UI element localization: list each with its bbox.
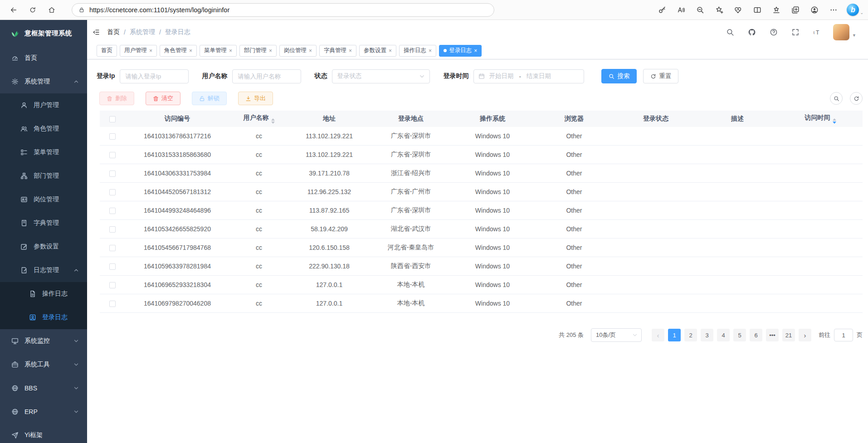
row-checkbox[interactable] [109, 226, 116, 233]
tab-0[interactable]: 首页 [97, 45, 117, 57]
column-header-1[interactable]: 用户名称 [229, 114, 288, 124]
profile-icon[interactable] [810, 6, 819, 14]
page-button-6[interactable]: 6 [750, 329, 762, 341]
close-tab-icon[interactable]: × [474, 48, 477, 54]
bing-icon[interactable]: b [847, 4, 859, 16]
search-icon[interactable] [726, 28, 734, 36]
tab-4[interactable]: 部门管理 × [239, 45, 277, 57]
sidebar-item-0[interactable]: 首页 [0, 46, 87, 70]
search-circle-button[interactable] [830, 92, 843, 105]
解锁-button[interactable]: 解锁 [192, 92, 227, 105]
sidebar-item-1[interactable]: 系统管理 [0, 70, 87, 93]
sidebar-item-6[interactable]: 岗位管理 [0, 188, 87, 211]
row-checkbox[interactable] [109, 189, 116, 195]
chevron-down-icon[interactable]: ⌄ [860, 10, 863, 16]
sidebar-item-11[interactable]: 登录日志 [0, 306, 87, 329]
row-checkbox[interactable] [109, 133, 116, 140]
ip-input[interactable] [120, 69, 189, 83]
read-aloud-icon[interactable] [677, 6, 685, 14]
prev-page-button[interactable]: ‹ [652, 329, 664, 341]
reset-button[interactable]: 重置 [643, 69, 678, 83]
sidebar-item-9[interactable]: 日志管理 [0, 258, 87, 282]
select-all-checkbox[interactable] [109, 116, 116, 122]
删除-button[interactable]: 删除 [99, 92, 134, 105]
zoom-out-icon[interactable] [696, 6, 704, 14]
collections-icon[interactable] [791, 6, 800, 14]
sidebar-item-3[interactable]: 角色管理 [0, 117, 87, 141]
page-button-4[interactable]: 4 [717, 329, 730, 341]
row-checkbox[interactable] [109, 282, 116, 288]
tab-2[interactable]: 角色管理 × [160, 45, 197, 57]
sidebar-item-13[interactable]: 系统工具 [0, 353, 87, 376]
home-icon[interactable] [48, 6, 55, 14]
split-screen-icon[interactable] [753, 6, 761, 14]
page-button-2[interactable]: 2 [684, 329, 697, 341]
row-checkbox[interactable] [109, 301, 116, 307]
username-input[interactable] [232, 69, 301, 83]
next-page-button[interactable]: › [799, 329, 811, 341]
column-header-8[interactable]: 访问时间 [778, 114, 863, 124]
row-checkbox[interactable] [109, 263, 116, 270]
tab-7[interactable]: 参数设置 × [359, 45, 396, 57]
fold-menu-icon[interactable] [93, 29, 100, 36]
导出-button[interactable]: 导出 [238, 92, 273, 105]
清空-button[interactable]: 清空 [146, 92, 180, 105]
close-tab-icon[interactable]: × [229, 48, 232, 54]
chevron-down-icon[interactable]: ▼ [852, 33, 856, 38]
close-tab-icon[interactable]: × [389, 48, 392, 54]
back-icon[interactable] [10, 6, 17, 14]
close-tab-icon[interactable]: × [149, 48, 152, 54]
sidebar-item-10[interactable]: 操作日志 [0, 282, 87, 306]
more-pages-button[interactable]: ••• [766, 329, 779, 341]
key-icon[interactable] [658, 6, 666, 14]
sidebar-item-5[interactable]: 部门管理 [0, 164, 87, 188]
favorites-bar-icon[interactable] [772, 6, 780, 14]
refresh-circle-button[interactable] [850, 92, 863, 105]
sidebar-item-4[interactable]: 菜单管理 [0, 141, 87, 164]
page-button-5[interactable]: 5 [733, 329, 746, 341]
goto-page-input[interactable] [834, 329, 853, 341]
more-icon[interactable] [829, 6, 838, 14]
sidebar-item-14[interactable]: BBS [0, 376, 87, 400]
question-icon[interactable] [770, 28, 778, 36]
avatar[interactable] [833, 24, 849, 40]
row-checkbox[interactable] [109, 152, 116, 158]
tab-3[interactable]: 菜单管理 × [200, 45, 237, 57]
sidebar-item-8[interactable]: 参数设置 [0, 235, 87, 258]
page-button-21[interactable]: 21 [782, 329, 795, 341]
github-icon[interactable] [748, 28, 756, 36]
fullscreen-icon[interactable] [791, 28, 800, 36]
sidebar-item-15[interactable]: ERP [0, 400, 87, 424]
page-button-3[interactable]: 3 [701, 329, 713, 341]
page-button-1[interactable]: 1 [668, 329, 681, 341]
address-bar[interactable]: https://ccnetcore.com:1101/system/log/lo… [72, 3, 494, 17]
status-select[interactable]: 登录状态 [332, 69, 430, 83]
tab-1[interactable]: 用户管理 × [120, 45, 157, 57]
close-tab-icon[interactable]: × [309, 48, 312, 54]
sidebar-item-16[interactable]: Yi框架 [0, 424, 87, 443]
tab-6[interactable]: 字典管理 × [319, 45, 356, 57]
essentials-icon[interactable] [734, 6, 742, 14]
row-checkbox[interactable] [109, 208, 116, 214]
close-tab-icon[interactable]: × [349, 48, 352, 54]
breadcrumb-home[interactable]: 首页 [107, 28, 120, 36]
row-checkbox[interactable] [109, 245, 116, 251]
sidebar-item-12[interactable]: 系统监控 [0, 329, 87, 353]
page-size-select[interactable]: 10条/页 [591, 328, 642, 342]
close-tab-icon[interactable]: × [189, 48, 192, 54]
row-checkbox[interactable] [109, 170, 116, 177]
reload-icon[interactable] [29, 6, 36, 14]
date-range-picker[interactable]: 开始日期 - 结束日期 [473, 69, 584, 83]
font-size-icon[interactable] [813, 28, 821, 36]
sidebar-item-7[interactable]: 字典管理 [0, 211, 87, 235]
sidebar-item-2[interactable]: 用户管理 [0, 93, 87, 117]
app-logo[interactable]: 意框架管理系统 [0, 20, 87, 46]
search-button[interactable]: 搜索 [601, 69, 637, 83]
close-tab-icon[interactable]: × [269, 48, 272, 54]
table-row: 1641043063331753984cc39.171.210.78浙江省-绍兴… [100, 164, 863, 183]
favorite-add-icon[interactable] [715, 6, 723, 14]
tab-5[interactable]: 岗位管理 × [279, 45, 317, 57]
tab-9[interactable]: 登录日志 × [439, 45, 482, 57]
tab-8[interactable]: 操作日志 × [399, 45, 436, 57]
close-tab-icon[interactable]: × [429, 48, 432, 54]
